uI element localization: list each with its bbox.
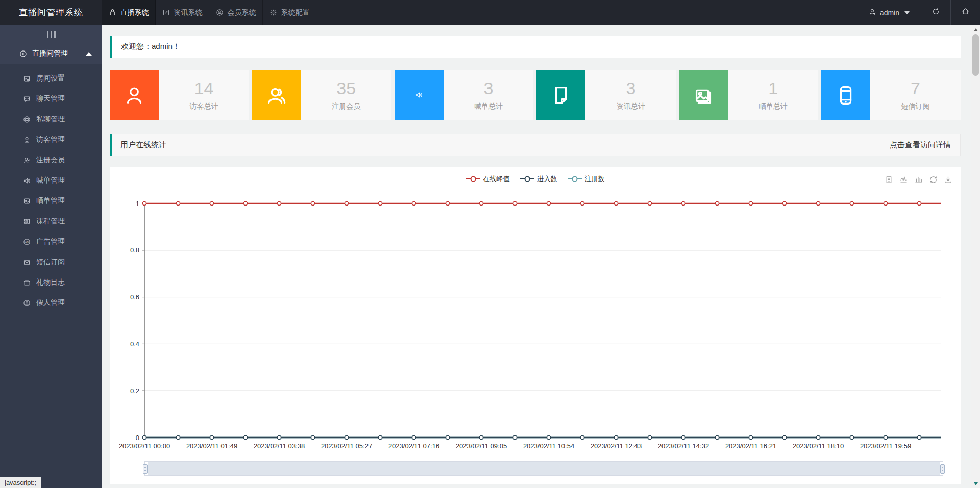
- stat-card-访客总计: 14访客总计: [110, 70, 249, 120]
- stat-label: 喊单总计: [474, 102, 503, 111]
- sidebar-collapse-toggle[interactable]: [0, 25, 102, 43]
- stat-label: 资讯总计: [617, 102, 645, 111]
- stat-value: 3: [626, 80, 635, 97]
- tab-系统配置[interactable]: 系统配置: [263, 0, 316, 25]
- play-circle-icon: [19, 50, 27, 58]
- svg-text:0.4: 0.4: [130, 340, 139, 348]
- live-system-icon: [109, 9, 116, 16]
- visitor-icon: [23, 136, 31, 144]
- datazoom-right-handle[interactable]: [940, 464, 945, 474]
- people-icon: [252, 70, 301, 120]
- photos-icon: [679, 70, 728, 120]
- welcome-text: 欢迎您：admin！: [121, 42, 180, 52]
- stat-label: 短信订阅: [901, 102, 930, 111]
- private-chat-icon: [23, 116, 31, 123]
- system-tabs: 直播系统资讯系统会员系统系统配置: [102, 0, 316, 25]
- sidebar-menu-items: 房间设置聊天管理私聊管理访客管理注册会员喊单管理晒单管理课程管理AD广告管理短信…: [0, 64, 102, 313]
- tab-资讯系统[interactable]: 资讯系统: [156, 0, 209, 25]
- phone-icon: [821, 70, 870, 120]
- svg-text:AD: AD: [25, 240, 29, 243]
- stat-value: 35: [336, 80, 356, 97]
- stat-label: 访客总计: [189, 102, 218, 111]
- stat-card-注册会员: 35注册会员: [252, 70, 391, 120]
- svg-text:2023/02/11 00:00: 2023/02/11 00:00: [119, 442, 170, 450]
- sidebar-item-喊单管理[interactable]: 喊单管理: [0, 170, 102, 191]
- sidebar-item-假人管理[interactable]: 假人管理: [0, 293, 102, 313]
- stat-value: 3: [484, 80, 494, 97]
- welcome-banner: 欢迎您：admin！: [110, 36, 961, 58]
- svg-text:2023/02/11 18:10: 2023/02/11 18:10: [793, 442, 844, 450]
- document-icon: [536, 70, 585, 120]
- person-icon: [110, 70, 159, 120]
- svg-text:2023/02/11 03:38: 2023/02/11 03:38: [254, 442, 305, 450]
- svg-text:2023/02/11 19:59: 2023/02/11 19:59: [860, 442, 911, 450]
- tab-会员系统[interactable]: 会员系统: [209, 0, 263, 25]
- main-content: 欢迎您：admin！ 14访客总计35注册会员3喊单总计3资讯总计1晒单总计7短…: [102, 25, 971, 488]
- speaker-icon: [23, 177, 31, 185]
- stat-card-喊单总计: 3喊单总计: [395, 70, 534, 120]
- svg-text:2023/02/11 10:54: 2023/02/11 10:54: [523, 442, 574, 450]
- caret-up-icon: [86, 52, 92, 56]
- sidebar-item-课程管理[interactable]: 课程管理: [0, 211, 102, 232]
- sidebar-item-短信订阅[interactable]: 短信订阅: [0, 252, 102, 272]
- photo-icon: [23, 197, 31, 205]
- user-menu[interactable]: admin: [857, 0, 921, 25]
- view-details-link[interactable]: 点击查看访问详情: [890, 140, 951, 150]
- gift-icon: [23, 279, 31, 287]
- sidebar-parent-label: 直播间管理: [32, 49, 68, 58]
- ad-icon: AD: [23, 238, 31, 246]
- home-button[interactable]: [950, 0, 980, 25]
- sidebar-item-聊天管理[interactable]: 聊天管理: [0, 89, 102, 109]
- sms-icon: [23, 259, 31, 266]
- scrollbar-thumb[interactable]: [972, 34, 979, 76]
- browser-status-bar: javascript:;: [0, 477, 41, 488]
- room-settings-icon: [23, 75, 31, 83]
- scroll-up-icon: [974, 28, 978, 31]
- datazoom-slider[interactable]: [144, 461, 943, 476]
- svg-text:2023/02/11 05:27: 2023/02/11 05:27: [321, 442, 372, 450]
- course-icon: [23, 218, 31, 225]
- caret-down-icon: [904, 11, 910, 14]
- sidebar-item-礼物日志[interactable]: 礼物日志: [0, 272, 102, 293]
- app-title: 直播间管理系统: [0, 0, 102, 25]
- panel-title: 用户在线统计: [120, 140, 166, 150]
- sidebar-item-晒单管理[interactable]: 晒单管理: [0, 191, 102, 211]
- svg-text:0.2: 0.2: [130, 387, 139, 395]
- member-system-icon: [216, 9, 224, 16]
- sidebar-item-访客管理[interactable]: 访客管理: [0, 130, 102, 150]
- sidebar-item-注册会员[interactable]: 注册会员: [0, 150, 102, 170]
- sidebar-item-房间设置[interactable]: 房间设置: [0, 68, 102, 89]
- svg-text:0.6: 0.6: [130, 293, 139, 301]
- svg-text:1: 1: [136, 200, 139, 208]
- news-system-icon: [162, 9, 170, 16]
- svg-text:0: 0: [136, 434, 139, 442]
- stat-value: 7: [911, 80, 920, 97]
- svg-text:2023/02/11 12:43: 2023/02/11 12:43: [591, 442, 642, 450]
- refresh-button[interactable]: [921, 0, 950, 25]
- stat-card-短信订阅: 7短信订阅: [821, 70, 961, 120]
- vertical-scrollbar[interactable]: [971, 25, 980, 488]
- chart-panel-header: 用户在线统计 点击查看访问详情: [110, 134, 961, 156]
- sidebar-parent-menu[interactable]: 直播间管理: [0, 43, 102, 64]
- tab-直播系统[interactable]: 直播系统: [102, 0, 156, 25]
- svg-text:2023/02/11 09:05: 2023/02/11 09:05: [456, 442, 507, 450]
- stat-label: 晒单总计: [759, 102, 788, 111]
- sidebar-item-私聊管理[interactable]: 私聊管理: [0, 109, 102, 130]
- scrollbar-up-button[interactable]: [971, 25, 980, 34]
- stat-card-晒单总计: 1晒单总计: [679, 70, 818, 120]
- register-member-icon: [23, 157, 31, 164]
- datazoom-left-handle[interactable]: [143, 464, 148, 474]
- scrollbar-down-button[interactable]: [971, 479, 980, 488]
- svg-text:2023/02/11 01:49: 2023/02/11 01:49: [186, 442, 237, 450]
- sidebar-item-广告管理[interactable]: AD广告管理: [0, 232, 102, 252]
- online-stats-chart[interactable]: 00.20.40.60.812023/02/11 00:002023/02/11…: [110, 167, 955, 484]
- stat-card-资讯总计: 3资讯总计: [536, 70, 676, 120]
- top-navbar: 直播间管理系统 直播系统资讯系统会员系统系统配置 admin: [0, 0, 980, 25]
- refresh-icon: [932, 7, 940, 18]
- svg-text:2023/02/11 14:32: 2023/02/11 14:32: [658, 442, 709, 450]
- stat-value: 1: [768, 80, 778, 97]
- svg-text:0.8: 0.8: [130, 246, 139, 254]
- system-config-icon: [270, 9, 277, 16]
- scroll-down-icon: [974, 482, 978, 485]
- home-icon: [961, 7, 970, 18]
